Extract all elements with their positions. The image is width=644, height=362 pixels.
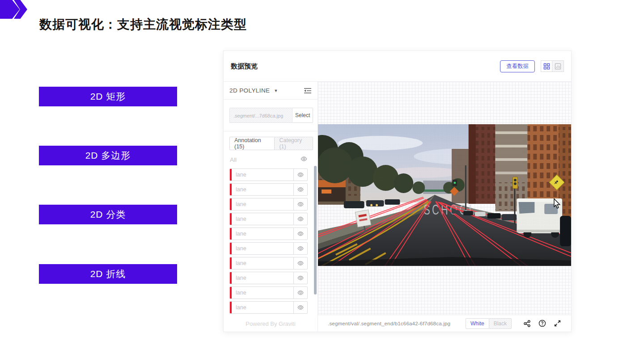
annotation-label: lane: [232, 304, 293, 311]
view-data-button[interactable]: 查看数据: [500, 60, 535, 72]
all-label: All: [230, 156, 237, 163]
powered-by-label: Powered By Graviti: [224, 316, 318, 332]
file-selector-row: .segment/...7d68ca.jpg Select: [224, 100, 318, 131]
annotation-list: lane lane lane lane: [224, 167, 318, 316]
sidebar-scrollbar[interactable]: [314, 166, 317, 295]
annotation-label: lane: [232, 201, 293, 207]
annotation-label: lane: [232, 186, 293, 193]
visibility-toggle-icon[interactable]: [293, 302, 307, 313]
image-viewer: SCHOOL: [318, 82, 571, 332]
chart-view-icon[interactable]: [552, 60, 564, 72]
bg-white-button[interactable]: White: [466, 318, 489, 329]
visibility-toggle-icon[interactable]: [293, 287, 307, 299]
street-scene: SCHOOL: [318, 124, 571, 266]
visibility-toggle-icon[interactable]: [293, 198, 307, 210]
double-chevron-icon: [0, 0, 28, 19]
panel-header: 数据预览 查看数据: [224, 51, 571, 82]
bg-black-button[interactable]: Black: [489, 318, 512, 329]
annotation-label: lane: [232, 290, 293, 296]
annotation-type-dropdown[interactable]: 2D POLYLINE: [229, 87, 270, 94]
visibility-toggle-icon[interactable]: [293, 184, 307, 195]
page-title: 数据可视化：支持主流视觉标注类型: [39, 16, 247, 33]
select-file-button[interactable]: Select: [292, 108, 313, 123]
sidebar-tabs: Annotation (15) Category (1): [229, 137, 313, 150]
annotation-item[interactable]: lane: [229, 198, 308, 210]
annotation-item[interactable]: lane: [229, 257, 308, 269]
type-button-2d-polygon[interactable]: 2D 多边形: [39, 146, 177, 165]
chevron-down-icon[interactable]: ▼: [274, 88, 278, 93]
annotation-label: lane: [232, 275, 293, 281]
data-preview-panel: 数据预览 查看数据: [223, 51, 572, 332]
visibility-toggle-icon[interactable]: [293, 169, 307, 181]
annotation-item[interactable]: lane: [229, 213, 308, 225]
type-button-2d-rect[interactable]: 2D 矩形: [39, 87, 177, 106]
annotation-label: lane: [232, 231, 293, 237]
annotation-item[interactable]: lane: [229, 183, 308, 196]
type-button-2d-polyline[interactable]: 2D 折线: [39, 264, 177, 284]
visibility-toggle-icon[interactable]: [293, 213, 307, 225]
toggle-all-visibility-icon[interactable]: [300, 155, 308, 164]
visibility-toggle-icon[interactable]: [293, 243, 307, 254]
fullscreen-icon[interactable]: [554, 320, 561, 327]
annotation-sidebar: 2D POLYLINE ▼ .segment/...7d68ca.jpg Sel…: [224, 82, 318, 332]
visibility-toggle-icon[interactable]: [293, 228, 307, 240]
annotation-type-row: 2D POLYLINE ▼: [224, 82, 318, 100]
annotation-label: lane: [232, 260, 293, 266]
all-annotations-row: All: [230, 155, 308, 164]
panel-title: 数据预览: [231, 62, 258, 71]
share-icon[interactable]: [523, 320, 531, 327]
visibility-toggle-icon[interactable]: [293, 272, 307, 284]
mouse-cursor: [553, 198, 562, 209]
annotation-item[interactable]: lane: [229, 227, 308, 240]
presentation-slide: 数据可视化：支持主流视觉标注类型 2D 矩形 2D 多边形 2D 分类 2D 折…: [0, 0, 644, 362]
filename-input[interactable]: .segment/...7d68ca.jpg: [229, 108, 292, 123]
visibility-toggle-icon[interactable]: [293, 257, 307, 269]
annotation-item[interactable]: lane: [229, 242, 308, 255]
annotated-street-image[interactable]: SCHOOL: [318, 124, 571, 266]
grid-view-icon[interactable]: [541, 60, 552, 72]
annotation-item[interactable]: lane: [229, 168, 308, 181]
collapse-sidebar-icon[interactable]: [304, 88, 312, 94]
viewer-bottom-bar: .segment/val/.segment_end/b1c66a42-6f7d6…: [318, 315, 571, 332]
tab-category[interactable]: Category (1): [275, 137, 313, 150]
viewer-canvas[interactable]: SCHOOL: [318, 82, 571, 315]
annotation-label: lane: [232, 172, 293, 178]
tab-annotation[interactable]: Annotation (15): [229, 137, 275, 150]
help-icon[interactable]: [538, 320, 546, 327]
annotation-item[interactable]: lane: [229, 301, 308, 314]
image-path-label: .segment/val/.segment_end/b1c66a42-6f7d6…: [328, 321, 450, 326]
annotation-item[interactable]: lane: [229, 286, 308, 299]
view-mode-toggle: [541, 60, 564, 72]
annotation-item[interactable]: lane: [229, 272, 308, 284]
background-toggle: White Black: [466, 318, 512, 329]
annotation-label: lane: [232, 245, 293, 252]
type-button-2d-classification[interactable]: 2D 分类: [39, 205, 177, 224]
annotation-label: lane: [232, 216, 293, 222]
